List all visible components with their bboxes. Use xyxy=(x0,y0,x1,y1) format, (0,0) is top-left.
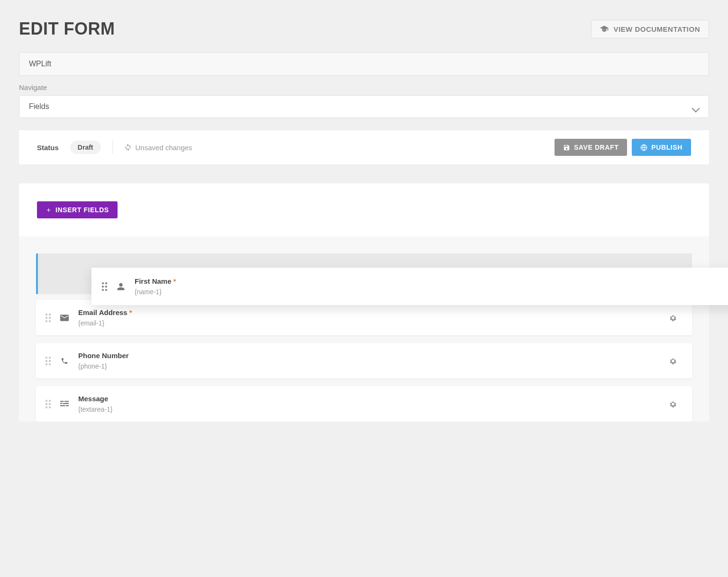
svg-rect-5 xyxy=(63,403,69,404)
svg-rect-3 xyxy=(64,401,69,402)
status-bar: Status Draft Unsaved changes SAVE DRAFT … xyxy=(19,130,709,164)
save-draft-button[interactable]: SAVE DRAFT xyxy=(555,139,627,156)
field-tag: {phone-1} xyxy=(78,362,682,370)
status-label: Status xyxy=(37,144,59,152)
field-text: Phone Number {phone-1} xyxy=(78,352,682,370)
field-label: Message xyxy=(78,395,682,403)
save-draft-label: SAVE DRAFT xyxy=(574,144,619,151)
user-icon xyxy=(116,282,126,291)
unsaved-changes: Unsaved changes xyxy=(124,144,192,152)
required-marker: * xyxy=(173,277,176,285)
doc-button-label: VIEW DOCUMENTATION xyxy=(613,25,700,33)
drag-handle-icon[interactable] xyxy=(46,357,51,365)
navigate-label: Navigate xyxy=(19,83,709,91)
plus-icon xyxy=(46,207,52,213)
navigate-select-wrap: Fields xyxy=(19,95,709,118)
required-marker: * xyxy=(129,308,132,316)
drag-handle-icon[interactable] xyxy=(46,314,51,322)
field-tag: {email-1} xyxy=(78,319,682,327)
publish-button[interactable]: PUBLISH xyxy=(632,139,691,156)
navigate-select[interactable]: Fields xyxy=(19,95,709,118)
status-right: SAVE DRAFT PUBLISH xyxy=(555,139,691,156)
publish-label: PUBLISH xyxy=(651,144,682,151)
separator xyxy=(112,141,113,154)
field-text: Message {textarea-1} xyxy=(78,395,682,413)
field-card-phone[interactable]: Phone Number {phone-1} xyxy=(36,343,692,379)
insert-fields-button[interactable]: INSERT FIELDS xyxy=(37,201,118,218)
save-icon xyxy=(563,144,570,151)
drag-handle-icon[interactable] xyxy=(46,400,51,408)
field-card-message[interactable]: Message {textarea-1} xyxy=(36,386,692,422)
field-label: First Name* xyxy=(135,277,728,285)
drop-placeholder: First Name* {name-1} xyxy=(36,253,692,294)
field-tag: {textarea-1} xyxy=(78,406,682,413)
page-title: EDIT FORM xyxy=(19,19,115,39)
header-row: EDIT FORM VIEW DOCUMENTATION xyxy=(19,19,709,39)
field-text: Email Address* {email-1} xyxy=(78,308,682,327)
graduation-cap-icon xyxy=(600,26,609,32)
view-documentation-button[interactable]: VIEW DOCUMENTATION xyxy=(591,20,709,38)
unsaved-text: Unsaved changes xyxy=(136,144,192,152)
svg-rect-2 xyxy=(60,401,64,402)
field-label: Email Address* xyxy=(78,308,682,316)
field-text: First Name* {name-1} xyxy=(135,277,728,296)
field-card-email[interactable]: Email Address* {email-1} xyxy=(36,300,692,335)
gear-icon[interactable] xyxy=(669,400,681,408)
globe-icon xyxy=(640,144,647,151)
insert-fields-label: INSERT FIELDS xyxy=(55,206,109,214)
svg-rect-7 xyxy=(66,405,69,406)
status-left: Status Draft Unsaved changes xyxy=(37,141,192,154)
svg-rect-4 xyxy=(60,403,63,404)
textarea-icon xyxy=(59,401,70,407)
form-name-input[interactable] xyxy=(19,52,709,76)
envelope-icon xyxy=(59,315,70,321)
phone-icon xyxy=(59,357,70,365)
field-label: Phone Number xyxy=(78,352,682,360)
gear-icon[interactable] xyxy=(669,314,681,322)
navigate-selected-value: Fields xyxy=(29,102,49,110)
refresh-icon xyxy=(124,144,132,151)
field-tag: {name-1} xyxy=(135,288,728,296)
gear-icon[interactable] xyxy=(669,357,681,365)
field-card-first-name[interactable]: First Name* {name-1} xyxy=(91,268,728,305)
insert-section: INSERT FIELDS xyxy=(19,183,709,236)
status-pill: Draft xyxy=(70,141,101,154)
svg-rect-6 xyxy=(60,405,65,406)
drag-handle-icon[interactable] xyxy=(102,282,107,291)
form-fields-area: First Name* {name-1} Email Address* {ema… xyxy=(19,236,709,422)
